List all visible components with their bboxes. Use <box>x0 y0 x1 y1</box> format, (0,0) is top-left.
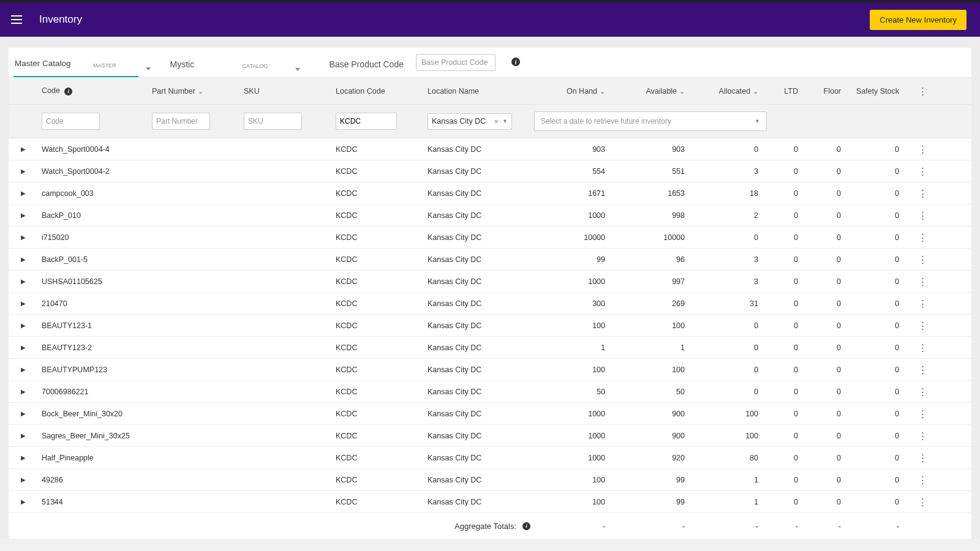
expand-icon[interactable]: ▶ <box>9 212 38 219</box>
filter-part-number-input[interactable] <box>152 113 210 130</box>
table-row[interactable]: ▶51344KCDCKansas City DC100991000 <box>9 491 971 513</box>
cell-available: 99 <box>614 498 693 506</box>
expand-icon[interactable]: ▶ <box>9 278 38 285</box>
chevron-down-icon[interactable] <box>295 68 300 71</box>
row-options-icon[interactable] <box>908 276 937 287</box>
menu-icon[interactable] <box>7 10 27 29</box>
row-options-icon[interactable] <box>908 408 937 419</box>
column-allocated[interactable]: Allocated⌄ <box>693 87 767 96</box>
cell-ltd: 0 <box>767 476 807 484</box>
row-options-icon[interactable] <box>908 430 937 441</box>
cell-allocated: 100 <box>693 410 767 418</box>
table-row[interactable]: ▶BackP_001-5KCDCKansas City DC99963000 <box>9 249 971 271</box>
base-product-code-input[interactable] <box>416 54 496 71</box>
table-row[interactable]: ▶BEAUTY123-1KCDCKansas City DC1001000000 <box>9 315 971 337</box>
column-floor[interactable]: Floor <box>807 87 850 96</box>
table-row[interactable]: ▶BackP_010KCDCKansas City DC10009982000 <box>9 204 971 227</box>
cell-location-code: KCDC <box>332 321 424 330</box>
table-row[interactable]: ▶49286KCDCKansas City DC100991000 <box>9 469 971 491</box>
row-options-icon[interactable] <box>908 188 937 199</box>
expand-icon[interactable]: ▶ <box>9 454 38 461</box>
chevron-down-icon[interactable]: ▼ <box>502 118 508 124</box>
cell-floor: 0 <box>807 211 850 220</box>
table-row[interactable]: ▶210470KCDCKansas City DC30026931000 <box>9 293 971 315</box>
table-row[interactable]: ▶BEAUTY123-2KCDCKansas City DC110000 <box>9 337 971 359</box>
filter-location-code-input[interactable] <box>336 113 397 130</box>
future-inventory-date-combo[interactable]: Select a date to retrieve future invento… <box>534 111 767 131</box>
row-options-icon[interactable] <box>908 144 937 155</box>
column-location-code[interactable]: Location Code <box>332 87 424 96</box>
chevron-down-icon[interactable] <box>146 67 151 70</box>
table-row[interactable]: ▶Watch_Sport0004-2KCDCKansas City DC5545… <box>9 160 971 182</box>
expand-icon[interactable]: ▶ <box>9 256 38 263</box>
column-location-name[interactable]: Location Name <box>424 87 534 96</box>
column-code[interactable]: Code i <box>38 86 148 96</box>
cell-location-code: KCDC <box>332 233 424 242</box>
row-options-icon[interactable] <box>908 452 937 463</box>
cell-safety-stock: 0 <box>850 343 908 352</box>
top-filter-row: Master Catalog MASTER Mystic CATALOG Bas… <box>9 48 971 77</box>
row-options-icon[interactable] <box>908 232 937 243</box>
cell-ltd: 0 <box>767 498 807 506</box>
expand-icon[interactable]: ▶ <box>9 366 38 373</box>
column-on-hand[interactable]: On Hand⌄ <box>534 87 614 96</box>
filter-location-name-combo[interactable]: Kansas City DC × ▼ <box>428 113 512 130</box>
expand-icon[interactable]: ▶ <box>9 322 38 329</box>
expand-icon[interactable]: ▶ <box>9 498 38 505</box>
row-options-icon[interactable] <box>908 254 937 265</box>
expand-icon[interactable]: ▶ <box>9 476 38 483</box>
catalog-tag: CATALOG <box>243 63 268 69</box>
row-options-icon[interactable] <box>908 166 937 177</box>
expand-icon[interactable]: ▶ <box>9 190 38 197</box>
cell-location-name: Kansas City DC <box>424 321 534 330</box>
totals-ltd: - <box>767 522 807 531</box>
cell-allocated: 3 <box>693 255 767 264</box>
row-options-icon[interactable] <box>908 342 937 353</box>
column-options-icon[interactable] <box>908 86 937 97</box>
column-sku[interactable]: SKU <box>240 87 332 96</box>
filter-code-input[interactable] <box>42 113 100 130</box>
cell-ltd: 0 <box>767 321 807 330</box>
info-icon[interactable]: i <box>64 88 72 96</box>
column-safety-stock[interactable]: Safety Stock <box>850 87 908 96</box>
table-row[interactable]: ▶BEAUTYPUMP123KCDCKansas City DC10010000… <box>9 359 971 381</box>
table-row[interactable]: ▶Watch_Sport0004-4KCDCKansas City DC9039… <box>9 138 971 160</box>
table-row[interactable]: ▶Half_PineappleKCDCKansas City DC1000920… <box>9 447 971 469</box>
table-row[interactable]: ▶i715020KCDCKansas City DC10000100000000 <box>9 227 971 249</box>
cell-safety-stock: 0 <box>850 410 908 418</box>
cell-on-hand: 100 <box>534 365 614 374</box>
table-row[interactable]: ▶70006986221KCDCKansas City DC50500000 <box>9 381 971 403</box>
row-options-icon[interactable] <box>908 320 937 331</box>
row-options-icon[interactable] <box>908 474 937 485</box>
expand-icon[interactable]: ▶ <box>9 410 38 417</box>
cell-on-hand: 1671 <box>534 189 614 198</box>
row-options-icon[interactable] <box>908 497 937 508</box>
expand-icon[interactable]: ▶ <box>9 300 38 307</box>
cell-code: USHSA01105625 <box>38 277 148 286</box>
expand-icon[interactable]: ▶ <box>9 234 38 241</box>
clear-icon[interactable]: × <box>494 117 499 126</box>
info-icon[interactable]: i <box>511 58 520 66</box>
filter-sku-input[interactable] <box>244 113 302 130</box>
catalog-label[interactable]: Mystic <box>169 59 195 77</box>
expand-icon[interactable]: ▶ <box>9 168 38 174</box>
table-row[interactable]: ▶Bock_Beer_Mini_30x20KCDCKansas City DC1… <box>9 403 971 425</box>
info-icon[interactable]: i <box>522 522 530 530</box>
expand-icon[interactable]: ▶ <box>9 432 38 439</box>
row-options-icon[interactable] <box>908 386 937 397</box>
row-options-icon[interactable] <box>908 210 937 221</box>
row-options-icon[interactable] <box>908 298 937 309</box>
create-new-inventory-button[interactable]: Create New Inventory <box>870 10 967 30</box>
column-ltd[interactable]: LTD <box>767 87 807 96</box>
cell-ltd: 0 <box>767 410 807 418</box>
row-options-icon[interactable] <box>908 364 937 375</box>
table-row[interactable]: ▶USHSA01105625KCDCKansas City DC10009973… <box>9 271 971 293</box>
expand-icon[interactable]: ▶ <box>9 344 38 351</box>
cell-on-hand: 554 <box>534 167 614 176</box>
column-part-number[interactable]: Part Number⌄ <box>148 87 240 96</box>
table-row[interactable]: ▶Sagres_Beer_Mini_30x25KCDCKansas City D… <box>9 425 971 447</box>
table-row[interactable]: ▶campcook_003KCDCKansas City DC167116531… <box>9 182 971 204</box>
expand-icon[interactable]: ▶ <box>9 146 38 152</box>
expand-icon[interactable]: ▶ <box>9 388 38 395</box>
column-available[interactable]: Available⌄ <box>614 87 693 96</box>
